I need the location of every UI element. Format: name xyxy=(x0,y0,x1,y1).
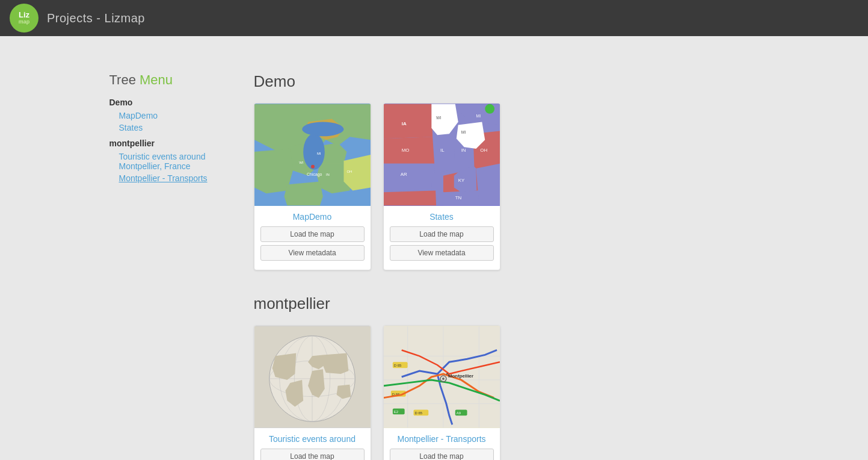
svg-marker-22 xyxy=(432,135,455,175)
view-metadata-btn-mapdemo[interactable]: View metadata xyxy=(260,245,365,261)
svg-marker-55 xyxy=(322,353,348,374)
card-name-states: States xyxy=(390,212,494,222)
svg-point-7 xyxy=(303,134,325,169)
content-area: Demo xyxy=(236,72,765,460)
demo-cards-row: Chicago MI WI IN OH MapDemo Load the map… xyxy=(254,103,753,270)
card-info-transports: Montpellier - Transports Load the map Vi… xyxy=(384,428,500,460)
svg-text:E2: E2 xyxy=(393,410,398,414)
svg-text:WI: WI xyxy=(299,161,304,164)
card-name-touristic: Touristic events around xyxy=(260,434,365,444)
logo-text: Lizmap xyxy=(19,11,30,25)
svg-text:D 65: D 65 xyxy=(393,364,401,367)
map-thumbnail-touristic xyxy=(254,326,371,428)
svg-text:MO: MO xyxy=(401,148,409,153)
svg-text:WI: WI xyxy=(436,116,442,120)
svg-text:Montpellier: Montpellier xyxy=(448,373,473,379)
svg-text:IN: IN xyxy=(461,148,466,153)
svg-rect-21 xyxy=(384,104,431,137)
svg-text:MI: MI xyxy=(316,152,321,155)
montpellier-cards-row: Touristic events around Load the map Vie… xyxy=(254,325,753,460)
card-transports: D 65 D 66 D 65 A9 E2 xyxy=(383,325,500,460)
svg-point-11 xyxy=(311,165,315,169)
load-map-btn-states[interactable]: Load the map xyxy=(390,226,494,242)
load-map-btn-mapdemo[interactable]: Load the map xyxy=(260,226,365,242)
sidebar-item-mapdemo[interactable]: MapDemo xyxy=(109,110,236,122)
svg-text:AR: AR xyxy=(400,172,407,177)
sidebar-group-label-demo: Demo xyxy=(109,98,236,107)
sidebar-item-transports[interactable]: Montpellier - Transports xyxy=(109,172,236,184)
svg-text:D 65: D 65 xyxy=(414,411,422,415)
svg-text:KY: KY xyxy=(458,178,464,183)
sidebar-item-states[interactable]: States xyxy=(109,122,236,134)
sidebar-group-label-montpellier: montpellier xyxy=(109,138,236,148)
map-thumbnail-transports: D 65 D 66 D 65 A9 E2 xyxy=(384,326,500,428)
svg-text:Chicago: Chicago xyxy=(307,172,322,177)
card-info-mapdemo: MapDemo Load the map View metadata xyxy=(254,206,371,270)
app-header: Lizmap Projects - Lizmap xyxy=(0,0,868,36)
demo-section-title: Demo xyxy=(254,72,753,91)
view-metadata-btn-states[interactable]: View metadata xyxy=(390,245,494,261)
card-map-transports: D 65 D 66 D 65 A9 E2 xyxy=(384,326,500,428)
card-mapdemo: Chicago MI WI IN OH MapDemo Load the map… xyxy=(254,103,371,270)
svg-text:A9: A9 xyxy=(456,411,461,415)
svg-text:IN: IN xyxy=(325,173,329,176)
card-touristic: Touristic events around Load the map Vie… xyxy=(254,325,371,460)
card-map-mapdemo: Chicago MI WI IN OH xyxy=(254,104,371,206)
card-info-states: States Load the map View metadata xyxy=(384,206,500,270)
svg-marker-10 xyxy=(284,182,322,206)
svg-marker-27 xyxy=(384,164,436,193)
svg-point-8 xyxy=(302,122,343,137)
svg-text:MI: MI xyxy=(461,130,466,134)
sidebar-group-montpellier: montpellier Touristic events around Mont… xyxy=(109,138,236,184)
svg-text:MI: MI xyxy=(476,114,481,118)
map-thumbnail-states: IA WI IL IN OH MO KY TN MI MI AR xyxy=(384,104,500,206)
card-map-states: IA WI IL IN OH MO KY TN MI MI AR xyxy=(384,104,500,206)
sidebar-group-demo: Demo MapDemo States xyxy=(109,98,236,134)
load-map-btn-touristic[interactable]: Load the map xyxy=(260,449,365,460)
svg-marker-31 xyxy=(384,190,436,205)
card-map-touristic xyxy=(254,326,371,428)
svg-text:OH: OH xyxy=(480,148,487,153)
sidebar: Tree Menu Demo MapDemo States montpellie… xyxy=(103,72,236,460)
card-states: IA WI IL IN OH MO KY TN MI MI AR States xyxy=(383,103,500,270)
load-map-btn-transports[interactable]: Load the map xyxy=(390,449,494,460)
svg-text:IA: IA xyxy=(401,121,406,126)
sidebar-title: Tree Menu xyxy=(109,72,236,88)
logo: Lizmap xyxy=(10,4,38,33)
sidebar-item-touristic[interactable]: Touristic events around Montpellier, Fra… xyxy=(109,151,236,172)
card-info-touristic: Touristic events around Load the map Vie… xyxy=(254,428,371,460)
map-thumbnail-mapdemo: Chicago MI WI IN OH xyxy=(254,104,371,206)
svg-text:TN: TN xyxy=(455,195,461,200)
svg-text:OH: OH xyxy=(346,170,352,173)
main-layout: Tree Menu Demo MapDemo States montpellie… xyxy=(103,36,765,460)
svg-point-76 xyxy=(442,378,444,380)
svg-text:IL: IL xyxy=(440,148,445,153)
page-title: Projects - Lizmap xyxy=(47,11,145,25)
card-name-mapdemo: MapDemo xyxy=(260,212,365,222)
svg-point-33 xyxy=(485,104,494,114)
card-name-transports: Montpellier - Transports xyxy=(390,434,494,444)
montpellier-section-title: montpellier xyxy=(254,294,753,313)
